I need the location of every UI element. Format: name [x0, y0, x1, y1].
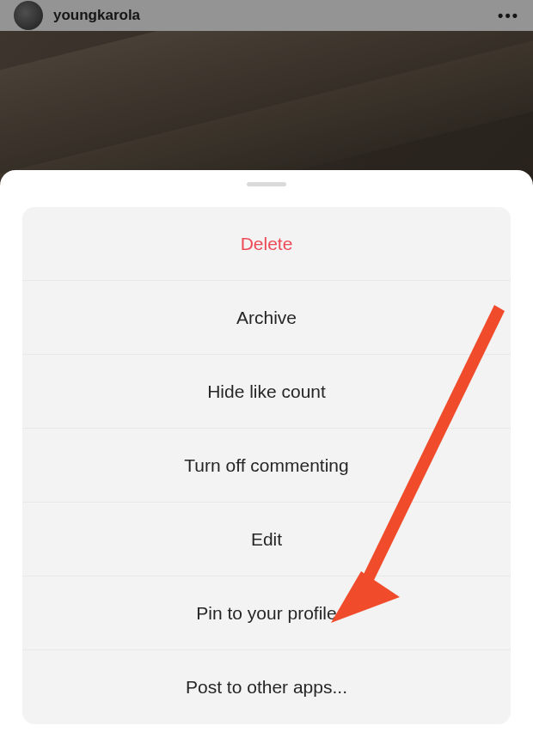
menu-item-label: Hide like count: [207, 381, 326, 402]
menu-item-label: Edit: [251, 529, 282, 550]
menu-item-label: Pin to your profile: [196, 603, 336, 624]
menu-item-label: Delete: [241, 234, 293, 254]
menu-item-edit[interactable]: Edit: [22, 503, 511, 576]
action-menu: Delete Archive Hide like count Turn off …: [22, 207, 511, 724]
menu-item-post-to-other-apps[interactable]: Post to other apps...: [22, 650, 511, 724]
menu-item-pin-to-profile[interactable]: Pin to your profile: [22, 576, 511, 650]
menu-item-label: Turn off commenting: [184, 455, 348, 476]
menu-item-archive[interactable]: Archive: [22, 281, 511, 355]
menu-item-turn-off-commenting[interactable]: Turn off commenting: [22, 429, 511, 503]
menu-item-hide-like-count[interactable]: Hide like count: [22, 355, 511, 429]
menu-item-label: Archive: [236, 308, 297, 328]
menu-item-label: Post to other apps...: [186, 677, 347, 698]
menu-item-delete[interactable]: Delete: [22, 207, 511, 281]
sheet-grabber[interactable]: [247, 182, 286, 186]
action-sheet: Delete Archive Hide like count Turn off …: [0, 170, 533, 756]
